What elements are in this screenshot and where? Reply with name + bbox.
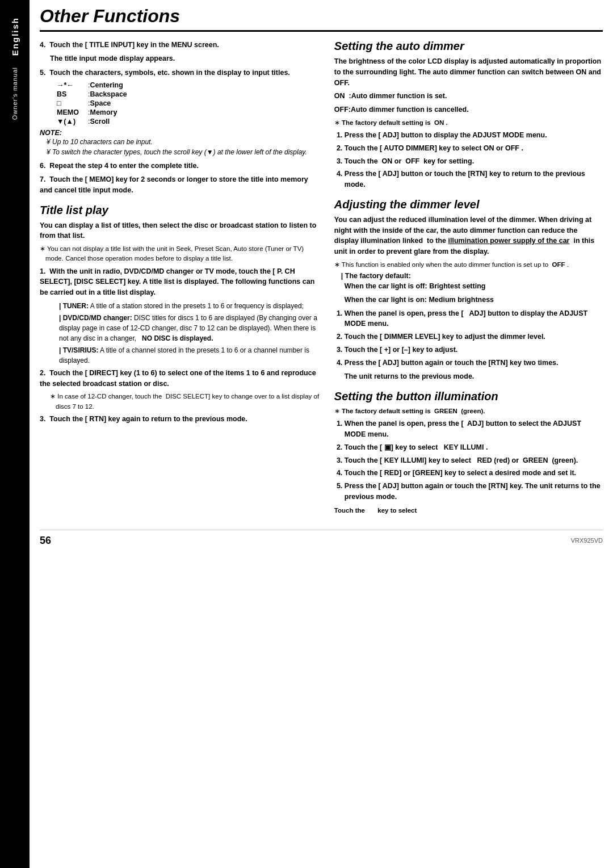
page-number: 56 [40,535,51,547]
button-illum-step-4: Touch the [ RED] or [GREEN] key to selec… [345,468,603,479]
title-list-step-1: 1. With the unit in radio, DVD/CD/MD cha… [40,266,322,298]
note-item-1: ¥ Up to 10 characters can be input. [47,137,322,147]
dimmer-level-asterisk: ∗ This function is enabled only when the… [334,260,603,270]
auto-dimmer-step-3: Touch the ON or OFF key for setting. [345,156,603,167]
dimmer-level-step-2: Touch the [ DIMMER LEVEL] key to adjust … [345,332,603,342]
auto-dimmer-step-1: Press the [ ADJ] button to display the A… [345,130,603,141]
sub-bullet-tuner: TUNER: A title of a station stored in th… [59,301,322,311]
footer: 56 VRX925VD [40,530,603,547]
button-illum-step-3: Touch the [ KEY ILLUMI] key to select RE… [345,455,603,466]
two-column-layout: 4. Touch the [ TITLE INPUT] key in the M… [40,40,603,518]
symbol-key-space: □ [57,99,88,107]
symbol-scroll: ▼(▲) : Scroll [57,118,322,125]
note-item-2: ¥ To switch the character types, touch t… [47,147,322,157]
dimmer-returns-note: The unit returns to the previous mode. [345,371,603,382]
symbol-memory: MEMO : Memory [57,108,322,116]
item-4: 4. Touch the [ TITLE INPUT] key in the M… [40,40,322,51]
symbol-desc-centering: Centering [90,81,123,89]
left-column: 4. Touch the [ TITLE INPUT] key in the M… [40,40,322,518]
sub-bullet-tv: TV/SIRIUS: A title of a channel stored i… [59,345,322,366]
page-title: Other Functions [40,6,180,26]
symbol-centering: →*← : Centering [57,81,322,89]
main-content: Other Functions 4. Touch the [ TITLE INP… [30,0,613,564]
touch-key-note: Touch the key to select [334,506,603,515]
button-illum-step-5: Press the [ ADJ] button again or touch t… [345,481,603,502]
item-7: 7. Touch the [ MEMO] key for 2 seconds o… [40,174,322,196]
auto-dimmer-on: ON :Auto dimmer function is set. [334,91,603,102]
dimmer-level-intro: You can adjust the reduced illumination … [334,215,603,257]
dimmer-level-step-3: Touch the [ +] or [–] key to adjust. [345,345,603,355]
title-list-step-2-note: ∗ In case of 12-CD changer, touch the DI… [50,392,322,412]
symbol-table: →*← : Centering BS : Backspace □ : Space… [57,81,322,125]
right-column: Setting the auto dimmer The brightness o… [334,40,603,518]
symbol-backspace: BS : Backspace [57,90,322,98]
symbol-desc-space: Space [90,99,111,107]
dimmer-level-steps: When the panel is open, press the [ ADJ]… [345,308,603,368]
sidebar: English Owner's manual [0,0,30,868]
button-illum-steps: When the panel is open, press the [ ADJ]… [345,418,603,502]
factory-light-on: When the car light is on: Medium brightn… [345,295,603,305]
sub-bullets-block: TUNER: A title of a station stored in th… [50,301,322,366]
symbol-desc-memo: Memory [90,108,117,116]
factory-default-header: The factory default: [334,272,603,280]
auto-dimmer-step-2: Touch the [ AUTO DIMMER] key to select O… [345,143,603,154]
sub-bullet-dvd: DVD/CD/MD changer: DISC titles for discs… [59,313,322,343]
section-title-dimmer-level: Adjusting the dimmer level [334,198,603,211]
item-5: 5. Touch the characters, symbols, etc. s… [40,68,322,78]
symbol-desc-scroll: Scroll [90,118,110,125]
section-title-button-illumination: Setting the button illumination [334,390,603,403]
symbol-key-centering: →*← [57,81,88,89]
section-title-auto-dimmer: Setting the auto dimmer [334,40,603,53]
symbol-space: □ : Space [57,99,322,107]
button-illum-step-1: When the panel is open, press the [ ADJ]… [345,418,603,440]
title-list-intro: You can display a list of titles, then s… [40,220,322,242]
sidebar-language-label: English [10,17,20,56]
button-illum-step-2: Touch the [ ▣] key to select KEY ILLUMI … [345,442,603,453]
symbol-key-bs: BS [57,90,88,98]
title-list-asterisk: ∗ You can not display a title list with … [40,244,322,264]
auto-dimmer-step-4: Press the [ ADJ] button or touch the [RT… [345,169,603,190]
auto-dimmer-factory-note: ∗ The factory default setting is ON . [334,118,603,128]
button-illum-factory-note: ∗ The factory default setting is GREEN (… [334,406,603,416]
dimmer-level-step-4: Press the [ ADJ] button again or touch t… [345,358,603,368]
item-6: 6. Repeat the step 4 to enter the comple… [40,161,322,171]
auto-dimmer-steps: Press the [ ADJ] button to display the A… [345,130,603,190]
symbol-key-scroll: ▼(▲) [57,118,88,125]
symbol-desc-bs: Backspace [90,90,127,98]
auto-dimmer-off: OFF:Auto dimmer function is cancelled. [334,104,603,115]
factory-light-off: When the car light is off: Brightest set… [345,281,603,292]
sidebar-manual-label: Owner's manual [11,67,18,120]
title-list-step-3: 3. Touch the [ RTN] key again to return … [40,414,322,425]
symbol-key-memo: MEMO [57,108,88,116]
title-input-note: The title input mode display appears. [50,53,322,64]
note-title: NOTE: [40,129,322,137]
note-section: NOTE: ¥ Up to 10 characters can be input… [40,129,322,157]
title-list-step-2: 2. Touch the [ DIRECT] key (1 to 6) to s… [40,368,322,389]
model-number: VRX925VD [571,537,603,544]
page-title-bar: Other Functions [40,0,603,32]
dimmer-level-step-1: When the panel is open, press the [ ADJ]… [345,308,603,330]
section-title-list-play: Title list play [40,204,322,217]
auto-dimmer-intro: The brightness of the color LCD display … [334,56,603,88]
